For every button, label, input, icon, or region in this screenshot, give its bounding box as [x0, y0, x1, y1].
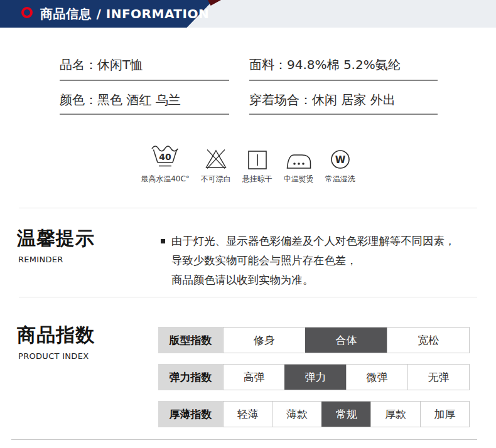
care-label: 常温湿洗 [325, 174, 355, 184]
reminder-line: 商品颜色请以收到实物为准。 [171, 270, 455, 290]
index-option: 高弹 [224, 365, 284, 390]
reminder-title: 温馨提示 [17, 226, 95, 252]
reminder-subtitle: REMINDER [18, 255, 63, 264]
index-row-thickness: 厚薄指数 轻薄 薄款 常规 厚款 加厚 [158, 401, 470, 427]
index-row-fit: 版型指数 修身 合体 宽松 [158, 327, 470, 353]
index-option-selected: 弹力 [284, 365, 346, 390]
product-info-page: 商品信息 / INFORMATION 品名：休闲T恤 面料：94.8%棉 5.2… [0, 0, 496, 448]
field-underline [249, 114, 438, 115]
reminder-line: 导致少数实物可能会与照片存在色差， [171, 251, 455, 270]
index-option: 修身 [224, 328, 305, 353]
field-underline [249, 80, 438, 81]
index-option: 无弹 [407, 365, 469, 390]
reminder-line: 由于灯光、显示器色彩偏差及个人对色彩理解等不同因素， [171, 232, 455, 251]
section-divider [19, 208, 477, 208]
index-option: 轻薄 [224, 402, 272, 427]
index-option: 宽松 [387, 328, 469, 353]
svg-text:W: W [335, 154, 346, 166]
index-options: 修身 合体 宽松 [223, 327, 470, 353]
care-item-no-bleach: 不可漂白 [201, 142, 231, 184]
section-divider [19, 297, 477, 297]
index-row-label: 版型指数 [158, 327, 223, 353]
section-header-title: 商品信息 / INFORMATION [40, 0, 209, 28]
product-index-table: 版型指数 修身 合体 宽松 弹力指数 高弹 弹力 微弹 无弹 厚薄指数 轻薄 薄… [158, 327, 470, 438]
care-label: 不可漂白 [201, 174, 231, 184]
index-row-label: 弹力指数 [158, 364, 223, 390]
care-label: 中温熨烫 [284, 174, 314, 184]
index-row-label: 厚薄指数 [158, 401, 223, 427]
occasion-field: 穿着场合：休闲 居家 外出 [249, 92, 396, 109]
no-bleach-icon [203, 142, 229, 171]
reminder-text: 由于灯光、显示器色彩偏差及个人对色彩理解等不同因素， 导致少数实物可能会与照片存… [171, 232, 455, 290]
wash-max-40-icon: 40 [151, 142, 180, 171]
red-ring-icon [21, 7, 33, 18]
index-option: 加厚 [420, 402, 469, 427]
product-index-title: 商品指数 [17, 323, 95, 348]
index-row-elasticity: 弹力指数 高弹 弹力 微弹 无弹 [158, 364, 470, 390]
care-item-hang-dry: 悬挂晾干 [242, 142, 272, 184]
care-item-wash-40: 40 最高水温40C° [141, 142, 190, 184]
care-label: 最高水温40C° [141, 174, 190, 184]
product-name-field: 品名：休闲T恤 [60, 56, 143, 73]
care-instructions-row: 40 最高水温40C° 不可漂白 [0, 142, 496, 184]
hang-dry-icon [247, 142, 268, 171]
index-options: 高弹 弹力 微弹 无弹 [223, 364, 470, 390]
field-underline [60, 114, 229, 115]
bottom-divider [11, 439, 477, 440]
svg-text:40: 40 [159, 152, 171, 162]
index-option: 厚款 [370, 402, 419, 427]
field-underline [60, 80, 229, 81]
color-field: 颜色：黑色 酒红 乌兰 [60, 92, 181, 109]
fabric-field: 面料：94.8%棉 5.2%氨纶 [249, 56, 401, 73]
index-option-selected: 常规 [321, 402, 370, 427]
bullet-square-icon [161, 239, 165, 243]
product-index-subtitle: PRODUCT INDEX [18, 351, 89, 361]
index-option-selected: 合体 [305, 328, 387, 353]
iron-medium-icon [286, 142, 312, 171]
care-label: 悬挂晾干 [242, 174, 272, 184]
care-item-wet-wash: W 常温湿洗 [325, 142, 355, 184]
index-options: 轻薄 薄款 常规 厚款 加厚 [223, 401, 470, 427]
wet-wash-icon: W [329, 142, 352, 171]
index-option: 薄款 [272, 402, 321, 427]
index-option: 微弹 [346, 365, 407, 390]
care-item-iron: 中温熨烫 [284, 142, 314, 184]
